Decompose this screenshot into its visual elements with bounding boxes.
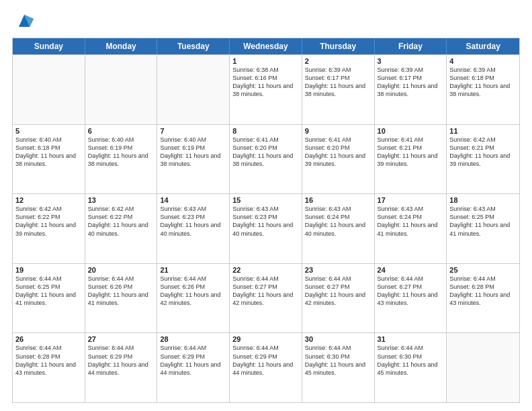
day-number: 19 <box>15 266 82 274</box>
day-cell-4: 4Sunrise: 6:39 AM Sunset: 6:18 PM Daylig… <box>447 55 519 124</box>
day-number: 29 <box>232 335 299 343</box>
day-info: Sunrise: 6:44 AM Sunset: 6:30 PM Dayligh… <box>378 344 444 377</box>
day-number: 24 <box>378 266 444 274</box>
empty-cell <box>447 333 519 402</box>
day-cell-24: 24Sunrise: 6:44 AM Sunset: 6:27 PM Dayli… <box>375 264 447 333</box>
day-number: 8 <box>232 127 299 135</box>
day-cell-19: 19Sunrise: 6:44 AM Sunset: 6:25 PM Dayli… <box>13 264 85 333</box>
day-info: Sunrise: 6:40 AM Sunset: 6:19 PM Dayligh… <box>160 136 226 169</box>
day-number: 28 <box>160 335 226 343</box>
calendar-row-0: 1Sunrise: 6:38 AM Sunset: 6:16 PM Daylig… <box>13 54 519 124</box>
calendar-header: SundayMondayTuesdayWednesdayThursdayFrid… <box>13 38 519 54</box>
day-info: Sunrise: 6:44 AM Sunset: 6:29 PM Dayligh… <box>88 344 154 377</box>
day-number: 23 <box>305 266 371 274</box>
day-number: 21 <box>160 266 226 274</box>
day-cell-18: 18Sunrise: 6:43 AM Sunset: 6:25 PM Dayli… <box>447 194 519 263</box>
day-info: Sunrise: 6:39 AM Sunset: 6:17 PM Dayligh… <box>378 66 444 99</box>
empty-cell <box>157 55 230 124</box>
day-cell-30: 30Sunrise: 6:44 AM Sunset: 6:30 PM Dayli… <box>302 333 375 402</box>
day-info: Sunrise: 6:43 AM Sunset: 6:24 PM Dayligh… <box>305 205 371 238</box>
empty-cell <box>85 55 158 124</box>
calendar-row-4: 26Sunrise: 6:44 AM Sunset: 6:28 PM Dayli… <box>13 332 519 402</box>
day-number: 31 <box>378 335 444 343</box>
day-cell-12: 12Sunrise: 6:42 AM Sunset: 6:22 PM Dayli… <box>13 194 85 263</box>
day-cell-5: 5Sunrise: 6:40 AM Sunset: 6:18 PM Daylig… <box>13 125 85 194</box>
day-cell-25: 25Sunrise: 6:44 AM Sunset: 6:28 PM Dayli… <box>447 264 519 333</box>
weekday-header-wednesday: Wednesday <box>230 38 302 54</box>
day-info: Sunrise: 6:43 AM Sunset: 6:23 PM Dayligh… <box>232 205 299 238</box>
day-info: Sunrise: 6:42 AM Sunset: 6:21 PM Dayligh… <box>449 136 517 169</box>
weekday-header-friday: Friday <box>375 38 447 54</box>
day-cell-3: 3Sunrise: 6:39 AM Sunset: 6:17 PM Daylig… <box>375 55 447 124</box>
day-cell-9: 9Sunrise: 6:41 AM Sunset: 6:20 PM Daylig… <box>302 125 375 194</box>
day-info: Sunrise: 6:44 AM Sunset: 6:27 PM Dayligh… <box>378 275 444 308</box>
day-cell-26: 26Sunrise: 6:44 AM Sunset: 6:28 PM Dayli… <box>13 333 85 402</box>
day-cell-28: 28Sunrise: 6:44 AM Sunset: 6:29 PM Dayli… <box>157 333 230 402</box>
day-info: Sunrise: 6:39 AM Sunset: 6:17 PM Dayligh… <box>305 66 371 99</box>
day-info: Sunrise: 6:43 AM Sunset: 6:23 PM Dayligh… <box>160 205 226 238</box>
day-cell-17: 17Sunrise: 6:43 AM Sunset: 6:24 PM Dayli… <box>375 194 447 263</box>
day-cell-10: 10Sunrise: 6:41 AM Sunset: 6:21 PM Dayli… <box>375 125 447 194</box>
day-number: 13 <box>88 196 154 204</box>
day-info: Sunrise: 6:40 AM Sunset: 6:19 PM Dayligh… <box>88 136 154 169</box>
day-cell-11: 11Sunrise: 6:42 AM Sunset: 6:21 PM Dayli… <box>447 125 519 194</box>
day-info: Sunrise: 6:44 AM Sunset: 6:28 PM Dayligh… <box>449 275 517 308</box>
day-cell-7: 7Sunrise: 6:40 AM Sunset: 6:19 PM Daylig… <box>157 125 230 194</box>
calendar: SundayMondayTuesdayWednesdayThursdayFrid… <box>12 38 520 403</box>
header <box>12 12 520 31</box>
day-info: Sunrise: 6:44 AM Sunset: 6:26 PM Dayligh… <box>88 275 154 308</box>
day-cell-16: 16Sunrise: 6:43 AM Sunset: 6:24 PM Dayli… <box>302 194 375 263</box>
day-number: 2 <box>305 57 371 65</box>
day-number: 3 <box>378 57 444 65</box>
weekday-header-saturday: Saturday <box>447 38 519 54</box>
calendar-row-1: 5Sunrise: 6:40 AM Sunset: 6:18 PM Daylig… <box>13 124 519 194</box>
day-info: Sunrise: 6:40 AM Sunset: 6:18 PM Dayligh… <box>15 136 82 169</box>
weekday-header-sunday: Sunday <box>13 38 85 54</box>
calendar-row-2: 12Sunrise: 6:42 AM Sunset: 6:22 PM Dayli… <box>13 193 519 263</box>
day-number: 9 <box>305 127 371 135</box>
page: SundayMondayTuesdayWednesdayThursdayFrid… <box>0 0 532 411</box>
day-info: Sunrise: 6:41 AM Sunset: 6:20 PM Dayligh… <box>232 136 299 169</box>
day-cell-15: 15Sunrise: 6:43 AM Sunset: 6:23 PM Dayli… <box>230 194 302 263</box>
day-info: Sunrise: 6:44 AM Sunset: 6:29 PM Dayligh… <box>160 344 226 377</box>
day-number: 27 <box>88 335 154 343</box>
empty-cell <box>13 55 85 124</box>
day-number: 10 <box>378 127 444 135</box>
calendar-body: 1Sunrise: 6:38 AM Sunset: 6:16 PM Daylig… <box>13 54 519 402</box>
day-number: 18 <box>449 196 517 204</box>
calendar-row-3: 19Sunrise: 6:44 AM Sunset: 6:25 PM Dayli… <box>13 263 519 333</box>
day-number: 4 <box>449 57 517 65</box>
day-info: Sunrise: 6:44 AM Sunset: 6:27 PM Dayligh… <box>232 275 299 308</box>
day-info: Sunrise: 6:42 AM Sunset: 6:22 PM Dayligh… <box>15 205 82 238</box>
day-cell-2: 2Sunrise: 6:39 AM Sunset: 6:17 PM Daylig… <box>302 55 375 124</box>
day-info: Sunrise: 6:44 AM Sunset: 6:28 PM Dayligh… <box>15 344 82 377</box>
day-cell-14: 14Sunrise: 6:43 AM Sunset: 6:23 PM Dayli… <box>157 194 230 263</box>
day-number: 20 <box>88 266 154 274</box>
day-cell-23: 23Sunrise: 6:44 AM Sunset: 6:27 PM Dayli… <box>302 264 375 333</box>
logo <box>12 12 34 31</box>
day-cell-8: 8Sunrise: 6:41 AM Sunset: 6:20 PM Daylig… <box>230 125 302 194</box>
day-info: Sunrise: 6:44 AM Sunset: 6:29 PM Dayligh… <box>232 344 299 377</box>
day-info: Sunrise: 6:44 AM Sunset: 6:25 PM Dayligh… <box>15 275 82 308</box>
day-number: 16 <box>305 196 371 204</box>
day-info: Sunrise: 6:44 AM Sunset: 6:27 PM Dayligh… <box>305 275 371 308</box>
day-info: Sunrise: 6:44 AM Sunset: 6:26 PM Dayligh… <box>160 275 226 308</box>
day-info: Sunrise: 6:38 AM Sunset: 6:16 PM Dayligh… <box>232 66 299 99</box>
day-info: Sunrise: 6:43 AM Sunset: 6:25 PM Dayligh… <box>449 205 517 238</box>
day-cell-22: 22Sunrise: 6:44 AM Sunset: 6:27 PM Dayli… <box>230 264 302 333</box>
day-info: Sunrise: 6:44 AM Sunset: 6:30 PM Dayligh… <box>305 344 371 377</box>
day-info: Sunrise: 6:41 AM Sunset: 6:20 PM Dayligh… <box>305 136 371 169</box>
weekday-header-tuesday: Tuesday <box>157 38 230 54</box>
logo-icon <box>15 12 34 31</box>
day-info: Sunrise: 6:39 AM Sunset: 6:18 PM Dayligh… <box>449 66 517 99</box>
day-cell-21: 21Sunrise: 6:44 AM Sunset: 6:26 PM Dayli… <box>157 264 230 333</box>
day-cell-1: 1Sunrise: 6:38 AM Sunset: 6:16 PM Daylig… <box>230 55 302 124</box>
weekday-header-monday: Monday <box>85 38 158 54</box>
day-number: 26 <box>15 335 82 343</box>
day-number: 14 <box>160 196 226 204</box>
weekday-header-thursday: Thursday <box>302 38 375 54</box>
day-cell-29: 29Sunrise: 6:44 AM Sunset: 6:29 PM Dayli… <box>230 333 302 402</box>
day-cell-27: 27Sunrise: 6:44 AM Sunset: 6:29 PM Dayli… <box>85 333 158 402</box>
day-cell-13: 13Sunrise: 6:42 AM Sunset: 6:22 PM Dayli… <box>85 194 158 263</box>
day-number: 11 <box>449 127 517 135</box>
